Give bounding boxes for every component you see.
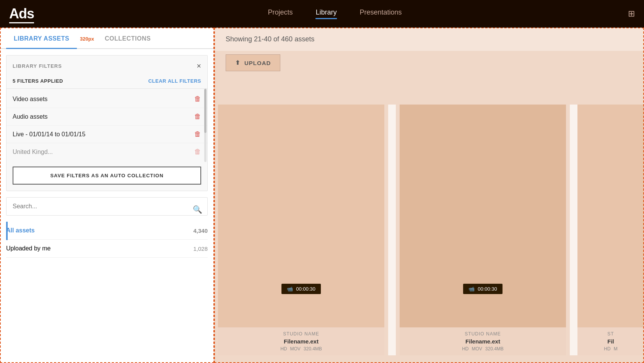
card2-badge-wrap: 📹 00:00:30: [400, 284, 566, 294]
col-separator: [388, 105, 396, 355]
card1-info: STUDIO NAME Filename.ext HD MOV 320.4MB: [218, 327, 384, 355]
filter-label: Live - 01/01/14 to 01/01/15: [13, 131, 85, 138]
content-header: Showing 21-40 of 460 assets: [214, 28, 644, 51]
main-layout: LIBRARY ASSETS 320px COLLECTIONS LIBRARY…: [0, 28, 644, 363]
card2-info: STUDIO NAME Filename.ext HD MOV 320.4MB: [400, 327, 566, 355]
close-button[interactable]: ×: [197, 62, 201, 70]
filter-count: 5 FILTERS APPLIED: [13, 78, 63, 84]
filter-label: Video assets: [13, 96, 47, 103]
filter-item: United Kingd... 🗑: [7, 143, 207, 160]
filename: Filename.ext: [223, 338, 379, 345]
filter-item: Audio assets 🗑: [7, 108, 207, 126]
scrollbar-track[interactable]: [204, 89, 207, 162]
filter-title: LIBRARY FILTERS: [13, 63, 62, 69]
file-meta: HD MOV 320.4MB: [405, 346, 561, 352]
content-area: Showing 21-40 of 460 assets ⬆ UPLOAD 📹 0…: [214, 28, 644, 363]
tab-collections[interactable]: COLLECTIONS: [97, 28, 158, 48]
file-hd: HD: [604, 346, 610, 352]
logo: Ads: [9, 6, 34, 22]
file-size: 320.4MB: [304, 346, 322, 352]
top-nav: Ads Projects Library Presentations ⊞: [0, 0, 644, 28]
file-format: MOV: [290, 346, 300, 352]
asset-item-wrap: All assets 4,340: [6, 222, 208, 240]
asset-count: 1,028: [193, 245, 208, 252]
clear-all-button[interactable]: CLEAR ALL FILTERS: [148, 78, 201, 84]
asset-card-2: 📹 00:00:30 STUDIO NAME Filename.ext HD M…: [400, 105, 566, 355]
asset-card-3: ST Fil HD M: [577, 105, 644, 355]
col-separator: [570, 105, 577, 355]
file-format: M: [614, 346, 618, 352]
nav-library[interactable]: Library: [315, 8, 337, 19]
measure-label: 320px: [77, 28, 97, 48]
filename: Filename.ext: [405, 338, 561, 345]
filter-header: LIBRARY FILTERS ×: [7, 56, 207, 75]
asset-list: All assets 4,340 Uploaded by me 1,028: [0, 222, 214, 363]
file-hd: HD: [462, 346, 468, 352]
asset-name: Uploaded by me: [6, 245, 51, 252]
filter-list: Video assets 🗑 Audio assets 🗑 Live - 01/…: [7, 89, 207, 162]
nav-presentations[interactable]: Presentations: [360, 8, 402, 19]
filename: Fil: [583, 338, 639, 345]
save-filters-button[interactable]: SAVE FILTERS AS AN AUTO COLLECTION: [13, 167, 201, 185]
showing-text: Showing 21-40 of 460 assets: [226, 35, 314, 43]
save-btn-wrap: SAVE FILTERS AS AN AUTO COLLECTION: [7, 162, 207, 191]
search-input[interactable]: [6, 197, 208, 216]
nav-links: Projects Library Presentations: [57, 8, 613, 19]
video-duration: 00:00:30: [296, 286, 315, 292]
sidebar: LIBRARY ASSETS 320px COLLECTIONS LIBRARY…: [0, 28, 214, 363]
active-bar: [6, 222, 8, 240]
filter-item: Live - 01/01/14 to 01/01/15 🗑: [7, 126, 207, 143]
filter-list-inner: Video assets 🗑 Audio assets 🗑 Live - 01/…: [7, 90, 207, 160]
filter-panel: LIBRARY FILTERS × 5 FILTERS APPLIED CLEA…: [6, 55, 208, 191]
asset-item-all-assets[interactable]: All assets 4,340: [6, 222, 208, 240]
video-icon: 📹: [287, 286, 293, 292]
video-duration: 00:00:30: [478, 286, 497, 292]
studio-label: STUDIO NAME: [405, 331, 561, 337]
search-icon: 🔍: [193, 205, 202, 214]
card3-info: ST Fil HD M: [577, 327, 644, 355]
grid-icon[interactable]: ⊞: [628, 9, 635, 19]
asset-grid: 📹 00:00:30 STUDIO NAME Filename.ext HD M…: [214, 51, 644, 363]
tabs: LIBRARY ASSETS 320px COLLECTIONS: [0, 28, 214, 49]
search-wrap: 🔍: [0, 197, 214, 222]
file-meta: HD M: [583, 346, 639, 352]
video-badge: 📹 00:00:30: [281, 284, 321, 294]
asset-card-1: 📹 00:00:30 STUDIO NAME Filename.ext HD M…: [218, 105, 384, 355]
studio-label: ST: [583, 331, 639, 337]
tab-library-assets[interactable]: LIBRARY ASSETS: [6, 28, 77, 48]
delete-icon[interactable]: 🗑: [194, 113, 201, 121]
asset-count: 4,340: [193, 227, 208, 234]
studio-label: STUDIO NAME: [223, 331, 379, 337]
card1-badge-wrap: 📹 00:00:30: [218, 284, 384, 294]
video-badge: 📹 00:00:30: [463, 284, 503, 294]
filter-item: Video assets 🗑: [7, 90, 207, 108]
asset-name: All assets: [6, 227, 35, 234]
filter-label: Audio assets: [13, 113, 48, 120]
delete-icon[interactable]: 🗑: [194, 148, 201, 156]
asset-item-uploaded-by-me[interactable]: Uploaded by me 1,028: [6, 240, 208, 258]
delete-icon[interactable]: 🗑: [194, 95, 201, 103]
file-size: 320.4MB: [485, 346, 504, 352]
filter-applied-row: 5 FILTERS APPLIED CLEAR ALL FILTERS: [7, 75, 207, 89]
scrollbar-thumb: [204, 89, 207, 133]
nav-projects[interactable]: Projects: [268, 8, 293, 19]
file-meta: HD MOV 320.4MB: [223, 346, 379, 352]
delete-icon[interactable]: 🗑: [194, 130, 201, 138]
file-hd: HD: [280, 346, 287, 352]
filter-label: United Kingd...: [13, 149, 53, 155]
video-icon: 📹: [468, 286, 475, 292]
file-format: MOV: [472, 346, 482, 352]
